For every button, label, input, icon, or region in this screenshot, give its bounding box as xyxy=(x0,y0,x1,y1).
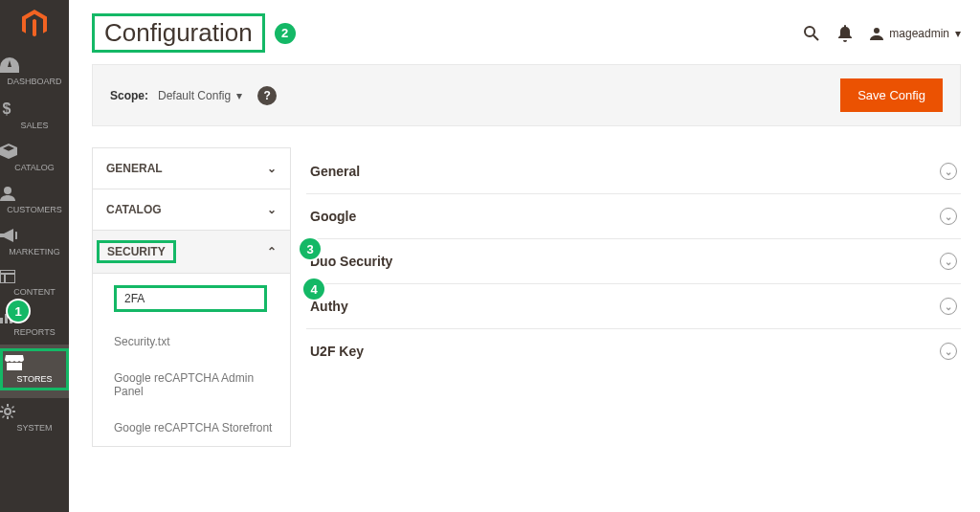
section-google[interactable]: Google ⌄ xyxy=(306,194,961,239)
nav-label: SYSTEM xyxy=(16,423,52,433)
nav-system[interactable]: SYSTEM xyxy=(0,398,69,440)
section-authy[interactable]: Authy ⌄ xyxy=(306,284,961,329)
nav-catalog[interactable]: CATALOG xyxy=(0,138,69,180)
svg-rect-6 xyxy=(5,314,8,323)
scope-value-dropdown[interactable]: Default Config ▾ xyxy=(158,89,242,102)
nav-label: DASHBOARD xyxy=(7,77,61,86)
section-general[interactable]: General ⌄ xyxy=(306,149,961,194)
layout-icon xyxy=(0,270,69,283)
scope-bar: Scope: Default Config ▾ ? Save Config xyxy=(92,64,961,126)
scope-label: Scope: xyxy=(110,89,148,102)
config-tab-list: GENERAL ⌄ CATALOG ⌄ SECURITY 3 ⌃ 2FA 4 xyxy=(92,147,291,447)
svg-rect-5 xyxy=(0,318,3,323)
nav-label: CUSTOMERS xyxy=(7,205,61,214)
nav-label: STORES xyxy=(17,374,53,384)
subtab-label: Google reCAPTCHA Admin Panel xyxy=(114,371,254,398)
gauge-icon xyxy=(0,57,69,73)
subtab-recaptcha-admin[interactable]: Google reCAPTCHA Admin Panel xyxy=(93,360,290,410)
svg-rect-2 xyxy=(0,270,15,283)
nav-dashboard[interactable]: DASHBOARD xyxy=(0,52,69,94)
subtab-label: Security.txt xyxy=(114,335,169,348)
section-label: Duo Security xyxy=(310,254,392,269)
section-duo[interactable]: Duo Security ⌄ xyxy=(306,239,961,284)
section-label: General xyxy=(310,164,360,179)
svg-point-8 xyxy=(5,409,11,414)
tab-label: GENERAL xyxy=(106,162,163,175)
nav-label: CONTENT xyxy=(13,287,56,297)
tab-label: SECURITY xyxy=(97,240,176,263)
chevron-up-icon: ⌃ xyxy=(267,245,277,258)
nav-label: CATALOG xyxy=(14,163,55,172)
box-icon xyxy=(0,144,69,159)
nav-content[interactable]: CONTENT xyxy=(0,264,69,304)
tab-general[interactable]: GENERAL ⌄ xyxy=(93,148,290,189)
svg-point-9 xyxy=(805,27,814,36)
tab-security[interactable]: SECURITY 3 ⌃ xyxy=(93,231,290,274)
person-icon xyxy=(0,186,69,201)
nav-label: SALES xyxy=(20,121,48,130)
nav-customers[interactable]: CUSTOMERS xyxy=(0,180,69,222)
nav-marketing[interactable]: MARKETING xyxy=(0,222,69,264)
section-label: U2F Key xyxy=(310,344,364,359)
svg-point-11 xyxy=(874,28,880,33)
chevron-down-icon: ⌄ xyxy=(267,203,277,216)
config-sections: General ⌄ Google ⌄ Duo Security ⌄ Authy … xyxy=(306,147,961,447)
magento-logo-icon xyxy=(22,10,47,38)
callout-3: 3 xyxy=(300,238,321,259)
tab-label: CATALOG xyxy=(106,203,162,216)
callout-4: 4 xyxy=(303,278,324,300)
main-content: Configuration 2 mageadmin ▾ Scope: Defau… xyxy=(69,0,980,512)
megaphone-icon xyxy=(0,228,69,243)
expand-icon: ⌄ xyxy=(940,208,957,225)
svg-point-1 xyxy=(4,187,11,194)
nav-label: REPORTS xyxy=(13,327,55,337)
svg-text:$: $ xyxy=(3,100,11,117)
bell-icon[interactable] xyxy=(837,25,853,42)
admin-sidebar: DASHBOARD $ SALES CATALOG CUSTOMERS MARK… xyxy=(0,0,69,512)
section-label: Google xyxy=(310,209,356,224)
storefront-icon xyxy=(5,355,64,370)
subtab-securitytxt[interactable]: Security.txt xyxy=(93,323,290,360)
expand-icon: ⌄ xyxy=(940,343,957,360)
nav-stores[interactable]: STORES xyxy=(0,345,69,398)
account-menu[interactable]: mageadmin ▾ xyxy=(870,27,961,40)
gear-icon xyxy=(0,404,69,419)
expand-icon: ⌄ xyxy=(940,163,957,180)
callout-2: 2 xyxy=(275,23,296,44)
subtab-label: Google reCAPTCHA Storefront xyxy=(114,421,272,434)
save-config-button[interactable]: Save Config xyxy=(840,78,943,112)
nav-reports[interactable]: 1 REPORTS xyxy=(0,304,69,345)
section-label: Authy xyxy=(310,299,348,314)
caret-down-icon: ▾ xyxy=(236,89,242,102)
page-title: Configuration xyxy=(92,13,265,53)
dollar-icon: $ xyxy=(0,100,69,117)
subtab-label: 2FA xyxy=(114,285,267,312)
chevron-down-icon: ⌄ xyxy=(267,162,277,175)
username: mageadmin xyxy=(889,27,949,40)
nav-label: MARKETING xyxy=(9,247,60,256)
callout-1: 1 xyxy=(8,301,29,322)
nav-sales[interactable]: $ SALES xyxy=(0,94,69,138)
subtab-recaptcha-storefront[interactable]: Google reCAPTCHA Storefront xyxy=(93,410,290,446)
caret-down-icon: ▾ xyxy=(955,27,961,40)
search-icon[interactable] xyxy=(803,25,820,42)
tab-catalog[interactable]: CATALOG ⌄ xyxy=(93,189,290,231)
expand-icon: ⌄ xyxy=(940,253,957,270)
subtab-2fa[interactable]: 2FA 4 xyxy=(93,274,290,323)
expand-icon: ⌄ xyxy=(940,298,957,315)
section-u2f[interactable]: U2F Key ⌄ xyxy=(306,329,961,373)
help-icon[interactable]: ? xyxy=(257,86,277,105)
user-icon xyxy=(870,27,883,40)
svg-line-10 xyxy=(813,35,818,40)
